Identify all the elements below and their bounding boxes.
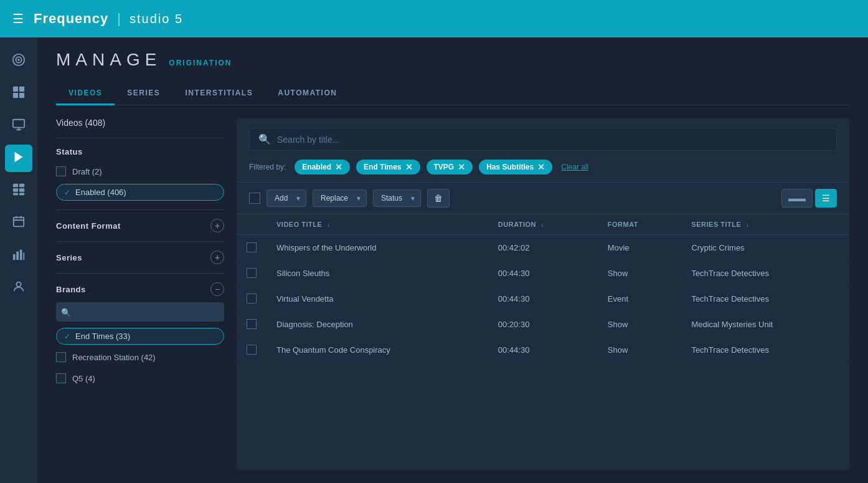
- row-checkbox[interactable]: [247, 345, 257, 355]
- series-sort-icon: ↓: [746, 221, 750, 228]
- check-enabled-icon: ✓: [64, 188, 70, 197]
- filter-label-draft: Draft (2): [72, 167, 102, 176]
- svg-rect-18: [20, 249, 22, 260]
- svg-rect-11: [13, 188, 18, 192]
- list-view-button[interactable]: ☰: [815, 189, 837, 208]
- check-end-times-icon: ✓: [64, 332, 70, 341]
- table-header-checkbox: [237, 214, 267, 235]
- row-title: Whispers of the Underworld: [267, 235, 488, 261]
- filter-tag-end-times-remove[interactable]: ✕: [405, 163, 413, 171]
- table-header-duration[interactable]: Duration ↓: [488, 214, 598, 235]
- calendar-icon: [12, 215, 26, 232]
- filter-section-status: Status Draft (2) ✓ Enabled (406): [56, 138, 224, 209]
- grid-icon: [12, 183, 26, 199]
- row-checkbox[interactable]: [247, 268, 257, 278]
- row-duration: 00:20:30: [488, 312, 598, 337]
- filter-item-q5[interactable]: Q5 (4): [56, 370, 224, 387]
- sidebar: [0, 37, 37, 483]
- sidebar-item-user[interactable]: [5, 274, 32, 302]
- main-layout: MANAGE ORIGINATION VIDEOS SERIES INTERST…: [0, 37, 868, 483]
- filter-brands-header[interactable]: Brands −: [56, 282, 224, 296]
- row-checkbox[interactable]: [247, 319, 257, 329]
- row-title: Diagnosis: Deception: [267, 312, 488, 337]
- toolbar-select-all-checkbox[interactable]: [249, 193, 260, 204]
- filter-tag-end-times[interactable]: End Times ✕: [356, 160, 420, 175]
- filter-label-q5: Q5 (4): [72, 374, 95, 383]
- logo-studio5: studio 5: [130, 12, 183, 26]
- row-checkbox[interactable]: [247, 242, 257, 252]
- checkbox-draft[interactable]: [56, 166, 66, 176]
- filter-item-enabled[interactable]: ✓ Enabled (406): [56, 184, 224, 201]
- filter-tag-enabled-remove[interactable]: ✕: [335, 163, 342, 171]
- sidebar-item-video[interactable]: [5, 145, 32, 172]
- sidebar-item-calendar[interactable]: [5, 209, 32, 237]
- svg-rect-13: [13, 193, 18, 195]
- filter-item-draft[interactable]: Draft (2): [56, 163, 224, 180]
- row-checkbox-cell: [237, 312, 267, 337]
- status-select[interactable]: Status: [373, 189, 421, 207]
- clear-all-button[interactable]: Clear all: [561, 163, 588, 171]
- row-series: TechTrace Detectives: [681, 261, 849, 286]
- page-subtitle: ORIGINATION: [169, 59, 232, 67]
- filter-tag-end-times-label: End Times: [364, 163, 401, 171]
- filter-tag-has-subtitles-remove[interactable]: ✕: [537, 163, 545, 171]
- tab-series[interactable]: SERIES: [115, 82, 172, 105]
- add-select[interactable]: Add: [267, 189, 306, 207]
- content-format-expand-icon[interactable]: +: [210, 219, 224, 232]
- brands-search-input[interactable]: [56, 302, 224, 322]
- tab-automation[interactable]: AUTOMATION: [265, 82, 349, 105]
- filter-tag-tvpg-remove[interactable]: ✕: [458, 163, 465, 171]
- delete-button[interactable]: 🗑: [427, 189, 450, 208]
- page-header: MANAGE ORIGINATION: [56, 50, 849, 70]
- row-title: The Quantum Code Conspiracy: [267, 337, 488, 363]
- series-expand-icon[interactable]: +: [210, 251, 224, 264]
- svg-rect-14: [19, 193, 24, 195]
- logo-frequency: Frequency: [34, 11, 108, 27]
- filter-label-recreation-station: Recreation Station (42): [72, 353, 156, 362]
- checkbox-q5[interactable]: [56, 373, 66, 383]
- row-duration: 00:42:02: [488, 235, 598, 261]
- row-format: Movie: [598, 235, 682, 261]
- row-format: Event: [598, 286, 682, 312]
- table-header-title[interactable]: Video Title ↓: [267, 214, 488, 235]
- row-checkbox-cell: [237, 235, 267, 261]
- row-checkbox[interactable]: [247, 294, 257, 304]
- filter-tag-tvpg[interactable]: TVPG ✕: [427, 160, 473, 175]
- checkbox-recreation-station[interactable]: [56, 352, 66, 362]
- body-split: Videos (408) Status Draft (2) ✓: [56, 118, 849, 471]
- sidebar-item-monitor[interactable]: [5, 112, 32, 140]
- search-input[interactable]: [277, 135, 828, 145]
- table-header-series-title[interactable]: Series Title ↓: [681, 214, 849, 235]
- sidebar-item-target[interactable]: [5, 47, 32, 75]
- tab-videos[interactable]: VIDEOS: [56, 82, 115, 105]
- filter-content-format-header[interactable]: Content Format +: [56, 219, 224, 232]
- sidebar-item-chart[interactable]: [5, 242, 32, 269]
- filter-tag-has-subtitles[interactable]: Has Subtitles ✕: [479, 160, 552, 175]
- chart-icon: [12, 247, 26, 264]
- svg-rect-10: [19, 183, 24, 187]
- brands-collapse-icon[interactable]: −: [210, 282, 224, 296]
- filter-tag-enabled[interactable]: Enabled ✕: [295, 160, 350, 175]
- grid-view-button[interactable]: ▬▬: [781, 189, 813, 208]
- filter-status-header[interactable]: Status: [56, 147, 224, 156]
- replace-select[interactable]: Replace: [313, 189, 367, 207]
- filter-item-recreation-station[interactable]: Recreation Station (42): [56, 348, 224, 366]
- filter-content-format-title: Content Format: [56, 221, 121, 231]
- svg-marker-8: [15, 151, 23, 162]
- filter-item-end-times[interactable]: ✓ End Times (33): [56, 328, 224, 345]
- tab-interstitials[interactable]: INTERSTITIALS: [172, 82, 265, 105]
- svg-rect-5: [13, 92, 18, 97]
- menu-icon[interactable]: ☰: [12, 11, 24, 26]
- logo-divider: |: [117, 11, 121, 27]
- table-row: Diagnosis: Deception 00:20:30 Show Medic…: [237, 312, 849, 337]
- filter-series-header[interactable]: Series +: [56, 251, 224, 264]
- sidebar-item-grid[interactable]: [5, 177, 32, 204]
- filter-section-series: Series +: [56, 241, 224, 273]
- sidebar-item-dashboard[interactable]: [5, 80, 32, 107]
- table-header-format[interactable]: Format: [598, 214, 682, 235]
- row-series: TechTrace Detectives: [681, 337, 849, 363]
- videos-count: Videos (408): [56, 118, 224, 128]
- table-row: The Quantum Code Conspiracy 00:44:30 Sho…: [237, 337, 849, 363]
- videos-table: Video Title ↓ Duration ↓ Format: [237, 214, 849, 363]
- content-area: MANAGE ORIGINATION VIDEOS SERIES INTERST…: [37, 37, 868, 483]
